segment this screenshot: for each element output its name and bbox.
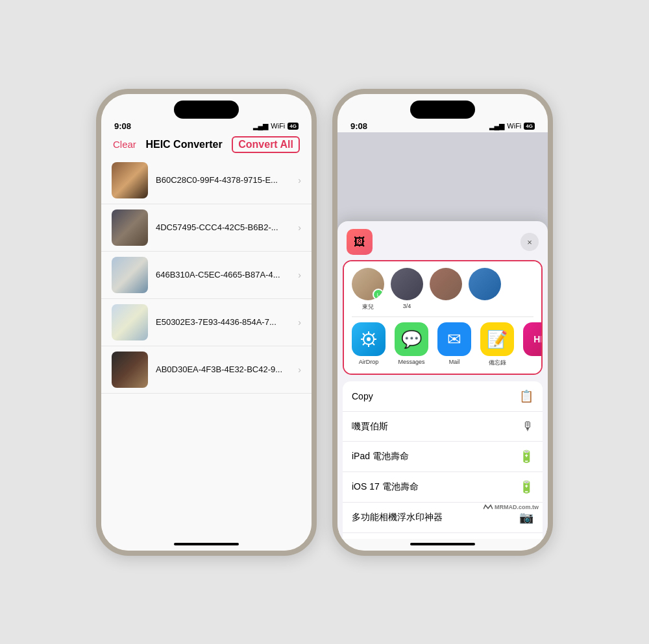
file-thumb-5 [112,352,148,388]
file-list: B60C28C0-99F4-4378-9715-E... › 4DC57495-… [101,157,312,539]
nav-title-1: HEIC Converter [145,139,222,150]
action-copy-label: Copy [352,391,373,401]
app-icons-row: AirDrop 💬 Messages ✉ [344,317,541,374]
share-highlighted-section: L 東兒 3/4 [343,260,543,375]
file-thumb-4 [112,304,148,340]
file-name-3: 646B310A-C5EC-4665-B87A-4... [156,270,290,280]
status-icons-1: ▂▄▆ WiFi 4G [253,122,299,130]
file-name-4: E50302E3-7E93-4436-854A-7... [156,317,290,327]
clear-button[interactable]: Clear [113,139,136,150]
status-icons-2: ▂▄▆ WiFi 4G [489,122,535,130]
nav-bar-1: Clear HEIC Converter Convert All [101,132,312,157]
action-copy[interactable]: Copy 📋 [343,381,543,412]
action-save[interactable]: Save 5 Images ⬇ [343,533,543,538]
chevron-1: › [298,175,301,185]
chevron-5: › [298,364,301,375]
he-icon-box: HE [523,322,541,356]
file-name-2: 4DC57495-CCC4-42C5-B6B2-... [156,222,290,232]
person-badge-1: L [373,289,384,300]
watermark-icon: 📷 [519,510,533,525]
dynamic-island-2 [410,101,475,119]
file-item-2[interactable]: 4DC57495-CCC4-42C5-B6B2-... › [101,204,312,252]
dynamic-island-1 [174,101,239,119]
app-messages[interactable]: 💬 Messages [395,322,428,367]
person-item-1[interactable]: L 東兒 [352,268,384,311]
jia-icon: 🎙 [522,420,533,433]
battery-badge-2: 4G [524,123,535,130]
file-item-4[interactable]: E50302E3-7E93-4436-854A-7... › [101,299,312,346]
chevron-2: › [298,222,301,233]
action-watermark-label: 多功能相機浮水印神器 [352,512,443,523]
app-notes[interactable]: 📝 備忘錄 [480,322,514,367]
battery-badge-1: 4G [288,123,299,130]
share-close-button[interactable]: × [520,233,539,251]
app-mail[interactable]: ✉ Mail [437,322,471,367]
action-ipad-battery-label: iPad 電池壽命 [352,451,409,462]
app-he[interactable]: HE [523,322,541,367]
person-name-1: 東兒 [362,303,374,311]
phone-2-inner: 9:08 ▂▄▆ WiFi 4G 🖼 × [337,94,548,551]
ios-battery-icon: 🔋 [519,480,533,494]
wifi-icon-2: WiFi [507,122,521,130]
file-item-5[interactable]: AB0D30EA-4F3B-4E32-BC42-9... › [101,346,312,394]
file-thumb-1 [112,162,148,198]
airdrop-label: AirDrop [359,359,379,365]
copy-icon: 📋 [519,389,533,403]
mail-icon-box: ✉ [437,322,471,356]
status-time-2: 9:08 [350,121,367,131]
action-ipad-battery[interactable]: iPad 電池壽命 🔋 [343,442,543,472]
share-sheet-header: 🖼 × [337,221,548,260]
file-item-3[interactable]: 646B310A-C5EC-4665-B87A-4... › [101,252,312,299]
wifi-icon-1: WiFi [271,122,285,130]
close-icon: × [527,237,532,247]
person-name-2: 3/4 [403,303,411,309]
status-time-1: 9:08 [114,121,131,131]
person-avatar-3 [430,268,462,300]
status-bar-2: 9:08 ▂▄▆ WiFi 4G [337,119,548,132]
action-ios-battery-label: iOS 17 電池壽命 [352,481,419,493]
action-list: Copy 📋 嘰賈伯斯 🎙 iPad 電池壽命 🔋 iOS 17 電池 [337,379,548,538]
ipad-battery-icon: 🔋 [519,449,533,464]
person-item-2[interactable]: 3/4 [391,268,423,311]
messages-label: Messages [398,359,424,365]
mrmad-logo [484,504,493,510]
convert-all-button[interactable]: Convert All [232,136,300,153]
watermark: MRMAD.com.tw [484,504,539,510]
notes-icon-box: 📝 [480,322,514,356]
file-thumb-3 [112,257,148,293]
status-bar-1: 9:08 ▂▄▆ WiFi 4G [101,119,312,132]
signal-icon-2: ▂▄▆ [489,122,505,130]
notes-label: 備忘錄 [489,359,506,367]
app-airdrop[interactable]: AirDrop [352,322,386,367]
svg-point-1 [367,337,371,341]
signal-icon-1: ▂▄▆ [253,122,269,130]
messages-icon-box: 💬 [395,322,428,356]
file-name-1: B60C28C0-99F4-4378-9715-E... [156,175,290,185]
action-jia-label: 嘰賈伯斯 [352,421,388,433]
chevron-3: › [298,270,301,280]
person-item-4[interactable] [469,268,501,311]
person-avatar-1: L [352,268,384,300]
phone-1: 9:08 ▂▄▆ WiFi 4G Clear HEIC Converter Co… [96,89,317,556]
phone-2: 9:08 ▂▄▆ WiFi 4G 🖼 × [332,89,553,556]
home-bar-1 [174,543,239,545]
people-row: L 東兒 3/4 [344,261,541,316]
action-ios-battery[interactable]: iOS 17 電池壽命 🔋 [343,472,543,503]
phone-1-inner: 9:08 ▂▄▆ WiFi 4G Clear HEIC Converter Co… [101,94,312,551]
person-avatar-2 [391,268,423,300]
share-app-icon: 🖼 [347,229,373,255]
chevron-4: › [298,317,301,328]
file-item-1[interactable]: B60C28C0-99F4-4378-9715-E... › [101,157,312,204]
share-sheet: 🖼 × L 東兒 [337,221,548,538]
mail-label: Mail [449,359,460,365]
home-bar-2 [410,543,475,545]
action-jia[interactable]: 嘰賈伯斯 🎙 [343,412,543,442]
airdrop-icon-box [352,322,386,356]
file-thumb-2 [112,209,148,246]
person-item-3[interactable] [430,268,462,311]
page-wrapper: 9:08 ▂▄▆ WiFi 4G Clear HEIC Converter Co… [0,0,649,644]
person-avatar-4 [469,268,501,300]
file-name-5: AB0D30EA-4F3B-4E32-BC42-9... [156,364,290,374]
